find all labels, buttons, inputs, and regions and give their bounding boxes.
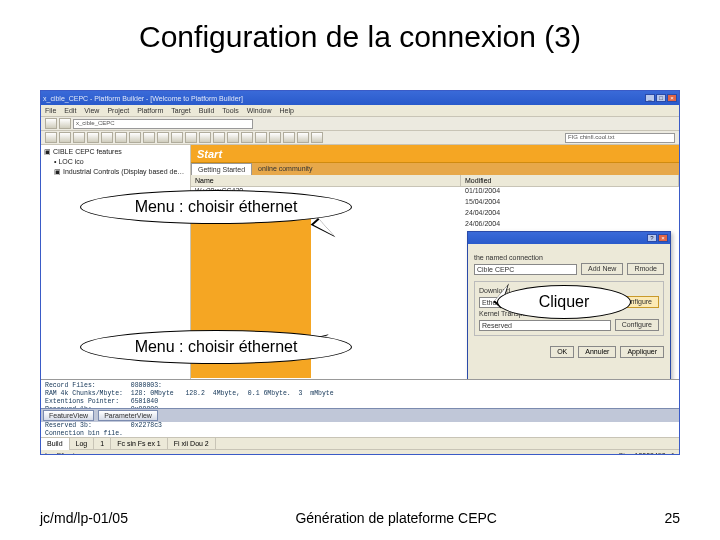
- ok-button[interactable]: OK: [550, 346, 574, 358]
- tab-5[interactable]: Fi xii Dou 2: [168, 438, 216, 450]
- tab-community[interactable]: online community: [252, 163, 318, 175]
- menu-help[interactable]: Help: [280, 107, 294, 114]
- toolbar-device: x_cible_CEPC: [41, 117, 679, 131]
- toolbar-right-combo[interactable]: FIG chinfi.cool.txt: [565, 133, 675, 143]
- start-tabs: Getting Started online community: [191, 163, 679, 175]
- menu-edit[interactable]: Edit: [64, 107, 76, 114]
- tb-icon-3[interactable]: [73, 132, 85, 143]
- tb-icon-19[interactable]: [297, 132, 309, 143]
- dialog-help-icon[interactable]: ?: [647, 234, 657, 242]
- named-connection-label: the named connection: [474, 254, 664, 261]
- pane-taskbar: FeatureView ParameterView: [41, 408, 679, 422]
- tb-icon-11[interactable]: [185, 132, 197, 143]
- callout-click: Cliquer: [497, 285, 631, 319]
- window-controls: _ □ ×: [645, 94, 677, 102]
- screenshot-window: x_cible_CEPC - Platform Builder - [Welco…: [40, 90, 680, 455]
- menu-target[interactable]: Target: [171, 107, 190, 114]
- tb-icon-6[interactable]: [115, 132, 127, 143]
- status-left: Iup F1 reiss.: [45, 452, 84, 455]
- tb-icon-17[interactable]: [269, 132, 281, 143]
- grid-header: Name Modified: [191, 175, 679, 187]
- parameterview-button[interactable]: ParameterView: [98, 410, 158, 421]
- named-connection-combo[interactable]: Cible CEPC: [474, 264, 577, 275]
- menu-file[interactable]: File: [45, 107, 56, 114]
- configure-transport-button[interactable]: Configure: [615, 319, 659, 331]
- menu-platform[interactable]: Platform: [137, 107, 163, 114]
- tb-icon-18[interactable]: [283, 132, 295, 143]
- tb-icon-2[interactable]: [59, 132, 71, 143]
- tab-3[interactable]: 1: [94, 438, 111, 450]
- tree-item-2[interactable]: ▣ Industrial Controls (Display based dev…: [44, 167, 187, 177]
- cancel-button[interactable]: Annuler: [578, 346, 616, 358]
- tab-getting-started[interactable]: Getting Started: [191, 163, 252, 175]
- menu-bar[interactable]: File Edit View Project Platform Target B…: [41, 105, 679, 117]
- start-banner: Start: [191, 145, 679, 163]
- callout-menu-2: Menu : choisir éthernet: [80, 330, 352, 364]
- tb-icon-10[interactable]: [171, 132, 183, 143]
- footer-page-number: 25: [664, 510, 680, 526]
- tb-icon-5[interactable]: [101, 132, 113, 143]
- tb-icon-12[interactable]: [199, 132, 211, 143]
- transport-combo[interactable]: Reserved: [479, 320, 611, 331]
- tb-icon-4[interactable]: [87, 132, 99, 143]
- nav-back-icon[interactable]: [45, 118, 57, 129]
- status-bar: Iup F1 reiss. Sina 10003450.s1: [41, 449, 679, 455]
- minimize-icon[interactable]: _: [645, 94, 655, 102]
- tree-item-1[interactable]: • LOC ico: [44, 157, 187, 167]
- menu-project[interactable]: Project: [107, 107, 129, 114]
- device-combo[interactable]: x_cible_CEPC: [73, 119, 253, 129]
- menu-view[interactable]: View: [84, 107, 99, 114]
- featureview-button[interactable]: FeatureView: [43, 410, 94, 421]
- tb-icon-16[interactable]: [255, 132, 267, 143]
- menu-build[interactable]: Build: [199, 107, 215, 114]
- tb-icon-1[interactable]: [45, 132, 57, 143]
- tab-log[interactable]: Log: [70, 438, 95, 450]
- window-titlebar: x_cible_CEPC - Platform Builder - [Welco…: [41, 91, 679, 105]
- dialog-close-icon[interactable]: ×: [658, 234, 668, 242]
- toolbar-main: FIG chinfi.cool.txt: [41, 131, 679, 145]
- nav-fwd-icon[interactable]: [59, 118, 71, 129]
- maximize-icon[interactable]: □: [656, 94, 666, 102]
- tb-icon-20[interactable]: [311, 132, 323, 143]
- tb-icon-15[interactable]: [241, 132, 253, 143]
- tree-root[interactable]: ▣ CIBLE CEPC features: [44, 147, 187, 157]
- status-right: Sina 10003450.s1: [619, 452, 675, 455]
- tb-icon-9[interactable]: [157, 132, 169, 143]
- tab-4[interactable]: Fc sin Fs ex 1: [111, 438, 168, 450]
- tab-build[interactable]: Build: [41, 438, 70, 450]
- dialog-titlebar: ?×: [468, 232, 670, 244]
- close-icon[interactable]: ×: [667, 94, 677, 102]
- slide-footer: jc/md/lp-01/05 Génération de plateforme …: [40, 510, 680, 526]
- tb-icon-13[interactable]: [213, 132, 225, 143]
- menu-tools[interactable]: Tools: [222, 107, 238, 114]
- apply-button[interactable]: Appliquer: [620, 346, 664, 358]
- menu-window[interactable]: Window: [247, 107, 272, 114]
- footer-left: jc/md/lp-01/05: [40, 510, 128, 526]
- tb-icon-7[interactable]: [129, 132, 141, 143]
- footer-center: Génération de plateforme CEPC: [128, 510, 664, 526]
- tb-icon-14[interactable]: [227, 132, 239, 143]
- add-new-button[interactable]: Add New: [581, 263, 623, 275]
- col-modified[interactable]: Modified: [461, 175, 679, 186]
- slide-title: Configuration de la connexion (3): [0, 20, 720, 54]
- remove-button[interactable]: Rmode: [627, 263, 664, 275]
- callout-menu-1: Menu : choisir éthernet: [80, 190, 352, 224]
- col-name[interactable]: Name: [191, 175, 461, 186]
- tb-icon-8[interactable]: [143, 132, 155, 143]
- output-tabs: Build Log 1 Fc sin Fs ex 1 Fi xii Dou 2: [41, 437, 679, 449]
- window-title-text: x_cible_CEPC - Platform Builder - [Welco…: [43, 95, 243, 102]
